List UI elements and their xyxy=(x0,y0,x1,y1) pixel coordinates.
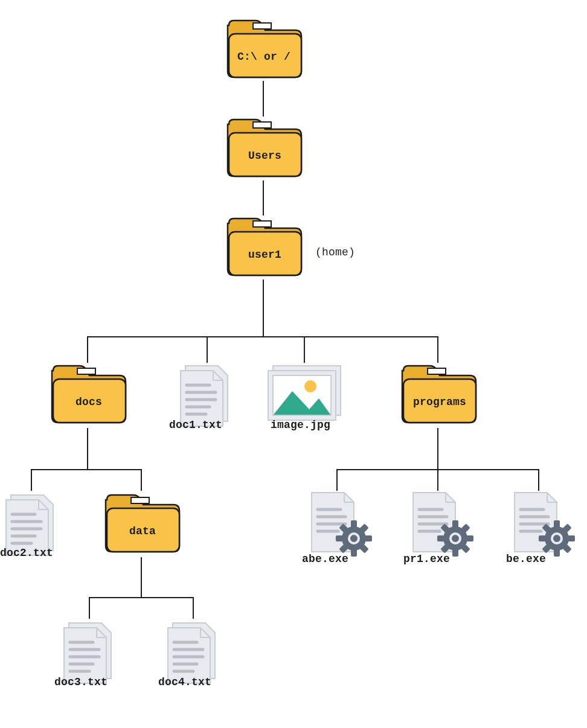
folder-icon xyxy=(224,17,303,80)
folder-label: docs xyxy=(75,396,102,408)
executable-icon xyxy=(403,489,476,561)
file-abe xyxy=(302,489,374,561)
folder-label: data xyxy=(129,525,156,537)
folder-label: C:\ or / xyxy=(237,51,290,63)
file-label: be.exe xyxy=(506,553,546,565)
folder-label: programs xyxy=(413,396,466,408)
folder-icon xyxy=(399,362,477,426)
file-pr1 xyxy=(403,489,476,561)
folder-users: Users xyxy=(224,116,303,179)
file-image xyxy=(266,365,344,425)
folder-icon xyxy=(224,215,303,278)
file-label: pr1.exe xyxy=(403,553,450,565)
executable-icon xyxy=(302,489,374,561)
folder-data: data xyxy=(102,491,181,555)
file-label: abe.exe xyxy=(302,553,348,565)
folder-user1: user1 xyxy=(224,215,303,278)
home-annotation: (home) xyxy=(315,246,355,258)
image-icon xyxy=(266,365,344,425)
filesystem-tree-diagram: C:\ or / Users user1 (home) docs doc1.tx… xyxy=(0,0,587,728)
folder-docs: docs xyxy=(48,362,127,426)
file-be xyxy=(505,489,577,561)
folder-icon xyxy=(48,362,127,426)
file-label: doc2.txt xyxy=(0,547,53,559)
folder-icon xyxy=(102,491,181,555)
file-label: image.jpg xyxy=(271,419,330,431)
executable-icon xyxy=(505,489,577,561)
file-label: doc4.txt xyxy=(158,676,211,688)
folder-label: Users xyxy=(248,150,281,162)
file-label: doc3.txt xyxy=(54,676,107,688)
folder-icon xyxy=(224,116,303,179)
folder-label: user1 xyxy=(248,249,281,261)
file-label: doc1.txt xyxy=(169,419,222,431)
folder-programs: programs xyxy=(399,362,477,426)
folder-root: C:\ or / xyxy=(224,17,303,80)
